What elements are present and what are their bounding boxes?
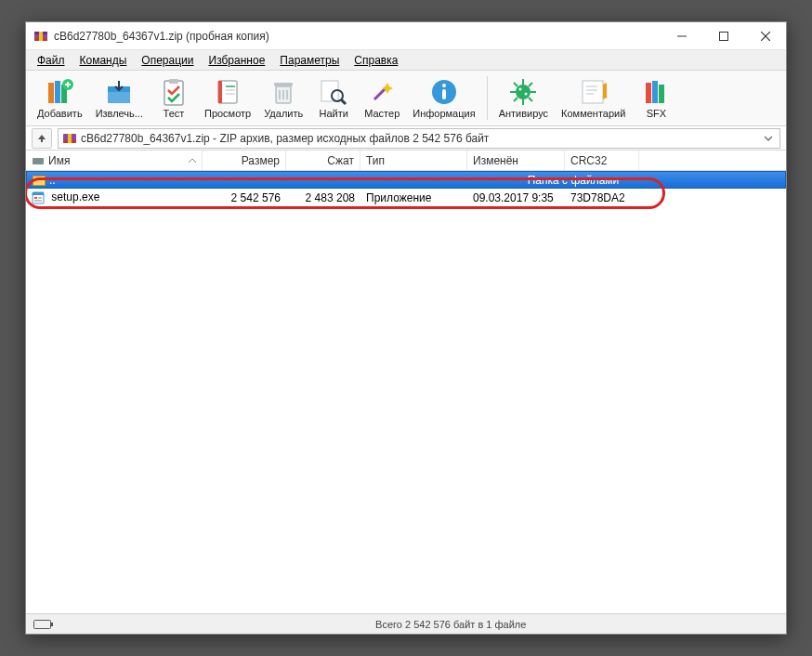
window-buttons: [661, 22, 786, 50]
menubar: Файл Команды Операции Избранное Параметр…: [26, 50, 786, 71]
svg-rect-17: [218, 81, 222, 103]
svg-line-38: [514, 83, 517, 86]
trash-icon: [268, 77, 298, 107]
close-button[interactable]: [744, 22, 786, 50]
statusbar: Всего 2 542 576 байт в 1 файле: [26, 613, 786, 634]
menu-favorites[interactable]: Избранное: [202, 52, 273, 69]
svg-rect-8: [48, 83, 54, 103]
svg-rect-62: [51, 623, 53, 626]
svg-rect-49: [652, 81, 658, 103]
comment-icon: [579, 77, 609, 107]
info-button[interactable]: Информация: [407, 72, 480, 124]
comment-button[interactable]: Комментарий: [556, 72, 631, 124]
sfx-button[interactable]: SFX: [633, 72, 679, 124]
svg-rect-53: [68, 134, 72, 143]
svg-rect-32: [442, 89, 446, 99]
svg-rect-48: [646, 83, 651, 103]
find-button[interactable]: Найти: [310, 72, 357, 124]
svg-rect-50: [659, 85, 664, 103]
info-icon: [429, 77, 459, 107]
parent-folder-row[interactable]: .. Папка с файлами: [26, 171, 786, 189]
list-header: Имя Размер Сжат Тип Изменён CRC32: [26, 151, 786, 171]
col-modified[interactable]: Изменён: [467, 151, 565, 170]
status-right: Всего 2 542 576 байт в 1 файле: [368, 619, 786, 630]
search-icon: [319, 77, 348, 107]
path-input[interactable]: cB6d27780b_64367v1.zip - ZIP архив, разм…: [58, 128, 780, 149]
box-extract-icon: [104, 77, 134, 107]
svg-rect-60: [34, 200, 42, 202]
exe-icon: [32, 191, 45, 204]
battery-icon: [33, 620, 54, 629]
svg-point-43: [525, 93, 528, 96]
archive-icon: [62, 131, 77, 146]
app-icon: [33, 29, 48, 44]
svg-rect-9: [55, 81, 60, 103]
svg-point-42: [519, 88, 522, 91]
toolbar-separator: [487, 76, 488, 120]
wizard-button[interactable]: Мастер: [359, 72, 405, 124]
extract-button[interactable]: Извлечь...: [90, 72, 149, 124]
path-dropdown-button[interactable]: [761, 129, 776, 148]
notebook-view-icon: [213, 77, 242, 107]
svg-rect-3: [39, 32, 43, 41]
col-size[interactable]: Размер: [203, 151, 286, 170]
maximize-button[interactable]: [702, 22, 744, 50]
test-button[interactable]: Тест: [151, 72, 197, 124]
minimize-button[interactable]: [661, 22, 702, 50]
wand-icon: [367, 77, 397, 107]
folder-icon: [33, 176, 46, 186]
virus-button[interactable]: Антивирус: [493, 72, 554, 124]
svg-point-55: [41, 162, 43, 164]
path-text: cB6d27780b_64367v1.zip - ZIP архив, разм…: [81, 132, 757, 145]
svg-rect-5: [719, 32, 727, 40]
file-row[interactable]: setup.exe 2 542 576 2 483 208 Приложение…: [26, 189, 786, 206]
svg-rect-61: [34, 620, 51, 628]
file-list[interactable]: .. Папка с файлами setup.exe 2 542 576 2…: [26, 171, 786, 613]
sort-asc-icon: [189, 157, 196, 164]
virus-icon: [508, 77, 538, 107]
svg-line-39: [529, 98, 532, 101]
clipboard-test-icon: [159, 77, 189, 107]
view-button[interactable]: Просмотр: [199, 72, 256, 124]
col-packed[interactable]: Сжат: [286, 151, 360, 170]
menu-options[interactable]: Параметры: [272, 52, 347, 69]
winrar-window: cB6d27780b_64367v1.zip (пробная копия) Ф…: [25, 21, 787, 635]
delete-button[interactable]: Удалить: [258, 72, 308, 124]
menu-commands[interactable]: Команды: [72, 52, 135, 69]
titlebar: cB6d27780b_64367v1.zip (пробная копия): [26, 22, 786, 50]
svg-point-31: [442, 84, 446, 87]
menu-operations[interactable]: Операции: [134, 52, 201, 69]
col-type[interactable]: Тип: [360, 151, 467, 170]
svg-line-41: [514, 98, 517, 101]
svg-rect-12: [108, 90, 130, 103]
menu-help[interactable]: Справка: [347, 52, 405, 69]
col-crc[interactable]: CRC32: [565, 151, 639, 170]
svg-line-28: [341, 99, 346, 104]
add-button[interactable]: Добавить: [32, 72, 88, 124]
svg-rect-58: [34, 197, 37, 199]
svg-point-33: [516, 85, 530, 99]
svg-line-40: [529, 83, 532, 86]
svg-rect-15: [169, 79, 178, 84]
svg-rect-44: [583, 81, 603, 103]
books-sfx-icon: [641, 77, 671, 107]
menu-file[interactable]: Файл: [30, 52, 72, 69]
col-name[interactable]: Имя: [26, 151, 203, 170]
pathbar: cB6d27780b_64367v1.zip - ZIP архив, разм…: [26, 126, 786, 151]
chevron-down-icon: [765, 135, 772, 142]
hdd-icon: [32, 155, 45, 166]
toolbar: Добавить Извлечь... Тест Просмотр Удалит…: [26, 71, 786, 126]
svg-rect-57: [33, 192, 44, 195]
up-button[interactable]: [32, 128, 52, 149]
svg-rect-59: [38, 197, 42, 199]
up-arrow-icon: [36, 133, 47, 144]
books-add-icon: [45, 77, 74, 107]
window-title: cB6d27780b_64367v1.zip (пробная копия): [54, 30, 661, 43]
status-left: [26, 620, 368, 629]
svg-rect-22: [274, 83, 293, 86]
